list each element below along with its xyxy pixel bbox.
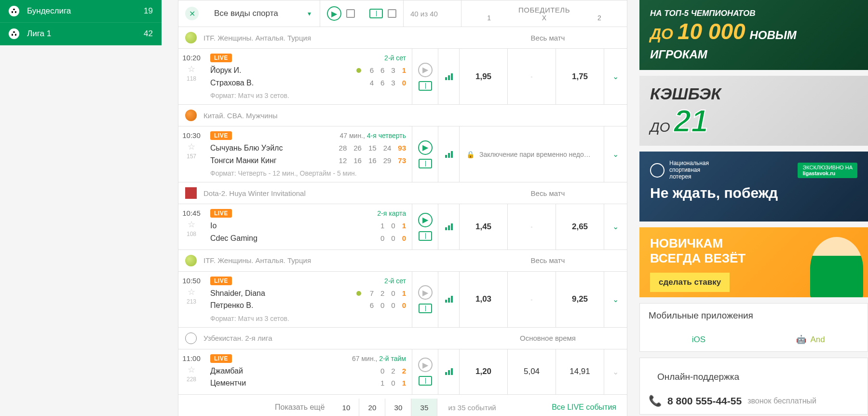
field-icon[interactable] bbox=[419, 81, 432, 91]
play-icon[interactable]: ▶ bbox=[418, 140, 433, 155]
stats-button[interactable] bbox=[438, 349, 459, 394]
sidebar-item-count: 42 bbox=[144, 29, 153, 39]
market-label: Основное время bbox=[475, 334, 620, 342]
field-icon[interactable] bbox=[369, 9, 383, 18]
event-row: 10:50 ☆ 213 LIVE 2-й сет Shnaider, Diana… bbox=[178, 272, 627, 328]
event-body[interactable]: LIVE 2-й сет Йорук И. Страхова В. 6 4 6 … bbox=[204, 49, 412, 104]
promo-banner-4[interactable]: НОВИЧКАМ ВСЕГДА ВЕЗЁТ сделать ставку bbox=[639, 227, 868, 297]
page-size-button[interactable]: 20 bbox=[359, 399, 385, 416]
league-name[interactable]: ITF. Женщины. Анталья. Турция bbox=[203, 34, 475, 42]
star-icon[interactable]: ☆ bbox=[181, 219, 202, 230]
sport-filter-dropdown[interactable]: Все виды спорта ▾ bbox=[205, 0, 320, 27]
show-more-total: из 35 событий bbox=[437, 403, 506, 412]
odd-1[interactable]: 1,45 bbox=[459, 204, 507, 249]
stats-button[interactable] bbox=[438, 126, 459, 182]
field-icon[interactable] bbox=[419, 231, 432, 241]
phone-icon: 📞 bbox=[649, 395, 662, 407]
checkbox[interactable] bbox=[346, 9, 355, 18]
score: 0 bbox=[391, 287, 395, 300]
markets-count: 118 bbox=[181, 75, 202, 82]
star-icon[interactable]: ☆ bbox=[181, 141, 202, 152]
field-icon[interactable] bbox=[419, 304, 432, 313]
score: 6 bbox=[370, 299, 374, 312]
all-live-link[interactable]: Все LIVE события bbox=[541, 403, 627, 412]
score: 6 bbox=[370, 64, 374, 77]
odd-2[interactable]: 1,75 bbox=[556, 49, 604, 104]
score: 0 bbox=[402, 232, 406, 245]
scores: 0 1 2 0 2 1 bbox=[380, 365, 406, 389]
odd-2[interactable]: 14,91 bbox=[556, 349, 604, 394]
android-app-link[interactable]: 🤖 And bbox=[754, 328, 868, 351]
promo-banner-3[interactable]: Национальная спортивная лотерея ЭКСКЛЮЗИ… bbox=[639, 152, 868, 222]
play-icon[interactable]: ▶ bbox=[327, 6, 341, 21]
score-col: 6 4 bbox=[370, 64, 374, 89]
expand-button[interactable]: ⌄ bbox=[604, 204, 627, 249]
sidebar-item-bundesliga[interactable]: Бундеслига 19 bbox=[0, 0, 162, 23]
odds: 1,20 5,04 14,91 bbox=[459, 349, 604, 394]
page-size-button[interactable]: 30 bbox=[385, 399, 411, 416]
event-body[interactable]: LIVE 67 мин., 2-й тайм Джамбай Цементчи … bbox=[204, 349, 412, 394]
odd-2[interactable]: 9,25 bbox=[556, 272, 604, 327]
event-body[interactable]: LIVE 2-й сет Shnaider, Diana Петренко В.… bbox=[204, 272, 412, 327]
event-body[interactable]: LIVE 2-я карта Io Cdec Gaming 1 0 0 0 1 … bbox=[204, 204, 412, 249]
event-media: ▶ bbox=[412, 272, 438, 327]
odd-1[interactable]: 1,95 bbox=[459, 49, 507, 104]
support-phone[interactable]: 📞 8 800 555-44-55 звонок бесплатный bbox=[649, 395, 859, 407]
event-body[interactable]: LIVE 47 мин., 4-я четверть Сычуань Блю У… bbox=[204, 126, 412, 182]
play-icon[interactable]: ▶ bbox=[418, 63, 433, 77]
odd-2[interactable]: 2,65 bbox=[556, 204, 604, 249]
field-icon[interactable] bbox=[419, 376, 432, 386]
stats-button[interactable] bbox=[438, 49, 459, 104]
sidebar-item-ligue1[interactable]: Лига 1 42 bbox=[0, 23, 162, 45]
odd-1[interactable]: 1,03 bbox=[459, 272, 507, 327]
league-name[interactable]: Китай. CBA. Мужчины bbox=[203, 111, 475, 120]
close-icon[interactable]: ✕ bbox=[185, 7, 199, 20]
serve-dot-icon bbox=[356, 291, 361, 296]
event-row: 11:00 ☆ 228 LIVE 67 мин., 2-й тайм Джамб… bbox=[178, 349, 627, 395]
odd-x[interactable]: 5,04 bbox=[507, 349, 556, 394]
bars-icon bbox=[445, 151, 453, 158]
odds: 1,45 - 2,65 bbox=[459, 204, 604, 249]
score-col: 15 16 bbox=[368, 142, 377, 166]
league-row: Китай. CBA. Мужчины bbox=[178, 105, 627, 126]
league-row: Узбекистан. 2-я лига Основное время bbox=[178, 328, 627, 349]
expand-button[interactable]: ⌄ bbox=[604, 49, 627, 104]
score: 0 bbox=[402, 77, 406, 89]
page-size-button[interactable]: 35 bbox=[411, 399, 437, 416]
tag-line: ligastavok.ru bbox=[802, 170, 853, 176]
star-icon[interactable]: ☆ bbox=[181, 364, 202, 375]
expand-button[interactable]: ⌄ bbox=[604, 126, 627, 182]
expand-button[interactable]: ⌄ bbox=[604, 272, 627, 327]
event-time: 10:20 ☆ 118 bbox=[178, 49, 204, 104]
score: 3 bbox=[391, 77, 395, 89]
time: 10:50 bbox=[181, 277, 202, 285]
play-icon[interactable]: ▶ bbox=[418, 358, 433, 372]
stats-button[interactable] bbox=[438, 204, 459, 249]
time: 10:20 bbox=[181, 54, 202, 62]
league-name[interactable]: ITF. Женщины. Анталья. Турция bbox=[203, 256, 475, 264]
make-bet-button[interactable]: сделать ставку bbox=[650, 273, 730, 292]
odds: 1,03 - 9,25 bbox=[459, 272, 604, 327]
league-name[interactable]: Dota-2. Huya Winter Invitational bbox=[203, 189, 475, 197]
section-title: Онлайн-поддержка bbox=[649, 365, 859, 389]
expand-button[interactable]: ⌄ bbox=[604, 349, 627, 394]
league-name[interactable]: Узбекистан. 2-я лига bbox=[203, 334, 475, 342]
foot-icon bbox=[185, 333, 197, 344]
checkbox[interactable] bbox=[388, 9, 396, 18]
play-icon[interactable]: ▶ bbox=[418, 285, 433, 300]
page-size-button[interactable]: 10 bbox=[333, 399, 359, 416]
star-icon[interactable]: ☆ bbox=[181, 64, 202, 74]
lottery-name: Национальная спортивная лотерея bbox=[669, 160, 709, 180]
bars-icon bbox=[445, 368, 453, 375]
play-icon[interactable]: ▶ bbox=[418, 213, 433, 227]
team-1: Io bbox=[210, 220, 380, 232]
score-col: 1 0 bbox=[402, 287, 406, 312]
promo-banner-2[interactable]: КЭШБЭК ДО 21 bbox=[639, 76, 868, 146]
scores: 6 4 6 6 3 3 1 0 bbox=[356, 64, 406, 89]
star-icon[interactable]: ☆ bbox=[181, 287, 202, 297]
stats-button[interactable] bbox=[438, 272, 459, 327]
field-icon[interactable] bbox=[419, 159, 432, 168]
ios-app-link[interactable]: iOS bbox=[640, 328, 754, 351]
odd-1[interactable]: 1,20 bbox=[459, 349, 507, 394]
promo-banner-1[interactable]: НА ТОП-5 ЧЕМПИОНАТОВ ДО 10 000 НОВЫМ ИГР… bbox=[639, 0, 868, 70]
